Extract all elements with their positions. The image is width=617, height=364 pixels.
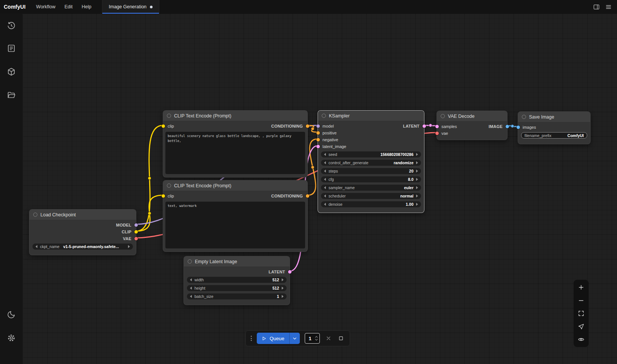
stepper-down-icon[interactable] xyxy=(315,339,318,341)
widget-batch-size[interactable]: batch_size 1 xyxy=(187,293,287,299)
widget-control-after-generate[interactable]: control_after_generate randomize xyxy=(321,160,421,166)
drag-handle-icon[interactable] xyxy=(251,336,252,341)
widget-width[interactable]: width 512 xyxy=(187,277,287,283)
increment-arrow-icon[interactable] xyxy=(282,295,284,298)
pan-mode-icon[interactable] xyxy=(577,323,585,330)
output-slot-latent[interactable]: LATENT xyxy=(184,268,290,275)
decrement-arrow-icon[interactable] xyxy=(324,186,326,189)
positive-prompt-textarea[interactable]: beautiful scenery nature glass bottle la… xyxy=(165,132,305,174)
node-save-image[interactable]: Save Image images filename_prefix ComfyU… xyxy=(518,111,591,144)
widget-seed[interactable]: seed 156680208700286 xyxy=(321,151,421,157)
node-header[interactable]: Empty Latent Image xyxy=(184,256,290,267)
input-slot-vae[interactable]: vae xyxy=(437,130,507,137)
clip-output-dot[interactable] xyxy=(134,230,138,234)
collapse-dot[interactable] xyxy=(167,114,171,118)
node-header[interactable]: Save Image xyxy=(518,112,590,122)
widget-scheduler[interactable]: scheduler normal xyxy=(321,193,421,199)
input-slot-negative[interactable]: negative xyxy=(318,136,424,143)
node-empty-latent-image[interactable]: Empty Latent Image LATENT width 512 heig… xyxy=(184,256,290,305)
widget-cfg[interactable]: cfg 8.0 xyxy=(321,176,421,182)
model-library-icon[interactable] xyxy=(7,67,16,76)
widget-steps[interactable]: steps 20 xyxy=(321,168,421,174)
node-clip-text-encode-positive[interactable]: CLIP Text Encode (Prompt) clip CONDITION… xyxy=(163,110,308,177)
node-header[interactable]: KSampler xyxy=(318,111,424,121)
panel-toggle-icon[interactable] xyxy=(591,2,601,12)
widget-ckpt-name[interactable]: ckpt_name v1-5-pruned-emaonly.safete... xyxy=(32,244,133,250)
node-header[interactable]: CLIP Text Encode (Prompt) xyxy=(163,111,307,121)
increment-arrow-icon[interactable] xyxy=(416,153,418,156)
model-output-dot[interactable] xyxy=(134,224,138,227)
increment-arrow-icon[interactable] xyxy=(282,278,284,281)
collapse-dot[interactable] xyxy=(522,115,526,119)
link-midpoint-dot[interactable] xyxy=(511,125,514,128)
increment-arrow-icon[interactable] xyxy=(416,161,418,164)
image-output-dot[interactable] xyxy=(506,125,509,128)
theme-toggle-moon-icon[interactable] xyxy=(7,310,16,319)
samples-input-dot[interactable] xyxy=(435,125,439,128)
widget-height[interactable]: height 512 xyxy=(187,285,287,291)
node-load-checkpoint[interactable]: Load Checkpoint MODEL CLIP VAE ckpt_name… xyxy=(29,209,136,255)
history-icon[interactable] xyxy=(7,21,16,30)
toggle-visibility-eye-icon[interactable] xyxy=(577,336,585,343)
collapse-dot[interactable] xyxy=(167,184,171,188)
link-midpoint-dot[interactable] xyxy=(429,124,432,127)
link-midpoint-dot[interactable] xyxy=(311,166,314,169)
menu-help[interactable]: Help xyxy=(77,0,96,14)
decrement-arrow-icon[interactable] xyxy=(324,178,326,181)
node-clip-text-encode-negative[interactable]: CLIP Text Encode (Prompt) clip CONDITION… xyxy=(163,180,308,252)
graph-canvas[interactable]: Load Checkpoint MODEL CLIP VAE ckpt_name… xyxy=(23,14,617,364)
output-slot-clip[interactable]: CLIP xyxy=(29,228,136,235)
batch-count-input[interactable]: 1 xyxy=(305,333,320,344)
clip-input-dot[interactable] xyxy=(162,194,165,198)
collapse-dot[interactable] xyxy=(322,114,326,118)
input-slot-latent-image[interactable]: latent_image xyxy=(318,143,424,150)
output-slot-vae[interactable]: VAE xyxy=(29,235,136,242)
stop-square-icon[interactable] xyxy=(337,335,345,342)
increment-arrow-icon[interactable] xyxy=(416,186,418,189)
latent-output-dot[interactable] xyxy=(288,270,292,274)
node-header[interactable]: Load Checkpoint xyxy=(29,210,136,220)
vae-output-dot[interactable] xyxy=(134,237,138,241)
node-ksampler[interactable]: KSampler model LATENT positive negative … xyxy=(318,110,424,213)
decrement-arrow-icon[interactable] xyxy=(324,170,326,173)
images-input-dot[interactable] xyxy=(517,126,520,129)
decrement-arrow-icon[interactable] xyxy=(190,287,192,290)
node-header[interactable]: VAE Decode xyxy=(437,111,507,122)
input-slot-images[interactable]: images xyxy=(518,124,590,131)
hamburger-menu-icon[interactable] xyxy=(603,2,613,12)
conditioning-input-dot[interactable] xyxy=(316,131,320,135)
collapse-dot[interactable] xyxy=(441,114,445,118)
increment-arrow-icon[interactable] xyxy=(282,287,284,290)
decrement-arrow-icon[interactable] xyxy=(190,295,192,298)
latent-output-dot[interactable] xyxy=(423,125,426,128)
decrement-arrow-icon[interactable] xyxy=(324,194,326,197)
settings-gear-icon[interactable] xyxy=(7,333,16,342)
negative-prompt-textarea[interactable]: text, watermark xyxy=(165,202,305,248)
stepper-up-icon[interactable] xyxy=(315,336,318,338)
link-midpoint-dot[interactable] xyxy=(148,212,151,215)
increment-arrow-icon[interactable] xyxy=(416,178,418,181)
link-midpoint-dot[interactable] xyxy=(148,177,151,180)
decrement-arrow-icon[interactable] xyxy=(324,203,326,206)
node-header[interactable]: CLIP Text Encode (Prompt) xyxy=(163,180,307,191)
input-slot-positive[interactable]: positive xyxy=(318,130,424,136)
decrement-arrow-icon[interactable] xyxy=(324,153,326,156)
fit-view-icon[interactable] xyxy=(577,310,585,317)
queue-run-button[interactable]: Queue xyxy=(257,333,289,344)
increment-arrow-icon[interactable] xyxy=(416,203,418,206)
decrement-arrow-icon[interactable] xyxy=(324,161,326,164)
zoom-out-icon[interactable] xyxy=(577,297,585,304)
widget-filename-prefix[interactable]: filename_prefix ComfyUI xyxy=(521,132,587,139)
widget-denoise[interactable]: denoise 1.00 xyxy=(321,201,421,207)
clear-queue-x-icon[interactable] xyxy=(325,335,332,342)
decrement-arrow-icon[interactable] xyxy=(190,278,192,281)
vae-input-dot[interactable] xyxy=(435,132,439,135)
clip-input-dot[interactable] xyxy=(162,125,165,128)
workflows-folder-icon[interactable] xyxy=(7,91,16,100)
node-vae-decode[interactable]: VAE Decode samples IMAGE vae xyxy=(437,111,507,140)
increment-arrow-icon[interactable] xyxy=(128,245,130,248)
collapse-dot[interactable] xyxy=(33,213,37,217)
increment-arrow-icon[interactable] xyxy=(416,194,418,197)
zoom-in-icon[interactable] xyxy=(577,284,585,291)
conditioning-input-dot[interactable] xyxy=(316,138,320,142)
